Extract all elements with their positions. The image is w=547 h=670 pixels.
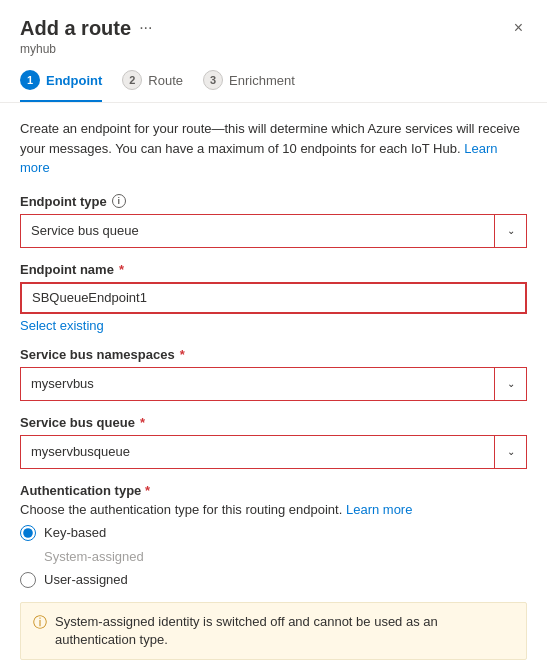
- service-bus-namespaces-select[interactable]: myservbus: [21, 368, 526, 400]
- panel-body: Create an endpoint for your route—this w…: [0, 103, 547, 670]
- radio-system-assigned: System-assigned: [20, 549, 527, 564]
- service-bus-namespaces-group: Service bus namespaces * myservbus ⌄: [20, 347, 527, 401]
- wizard-step-route[interactable]: 2 Route: [122, 70, 183, 102]
- endpoint-name-required: *: [119, 262, 124, 277]
- info-box-text: System-assigned identity is switched off…: [55, 613, 514, 649]
- step-label-enrichment: Enrichment: [229, 73, 295, 88]
- step-circle-3: 3: [203, 70, 223, 90]
- step-circle-2: 2: [122, 70, 142, 90]
- title-area: Add a route ···: [20, 17, 152, 40]
- wizard-step-endpoint[interactable]: 1 Endpoint: [20, 70, 102, 102]
- authentication-type-desc: Choose the authentication type for this …: [20, 502, 527, 517]
- service-bus-queue-dropdown-wrapper: myservbusqueue ⌄: [20, 435, 527, 469]
- authentication-type-label: Authentication type *: [20, 483, 527, 498]
- service-bus-queue-required: *: [140, 415, 145, 430]
- service-bus-queue-label: Service bus queue *: [20, 415, 527, 430]
- service-bus-queue-group: Service bus queue * myservbusqueue ⌄: [20, 415, 527, 469]
- close-button[interactable]: ×: [510, 16, 527, 40]
- service-bus-queue-select[interactable]: myservbusqueue: [21, 436, 526, 468]
- select-existing-link[interactable]: Select existing: [20, 318, 104, 333]
- endpoint-name-group: Endpoint name * Select existing: [20, 262, 527, 333]
- radio-key-based-input[interactable]: [20, 525, 36, 541]
- endpoint-type-select[interactable]: Service bus queue Service bus topic Even…: [21, 215, 526, 247]
- endpoint-name-input[interactable]: [20, 282, 527, 314]
- panel-header: Add a route ··· × myhub 1 Endpoint 2 Rou…: [0, 0, 547, 102]
- step-circle-1: 1: [20, 70, 40, 90]
- authentication-type-group: Authentication type * Choose the authent…: [20, 483, 527, 588]
- radio-user-assigned-input[interactable]: [20, 572, 36, 588]
- endpoint-type-group: Endpoint type i Service bus queue Servic…: [20, 194, 527, 248]
- endpoint-name-label: Endpoint name *: [20, 262, 527, 277]
- authentication-type-required: *: [145, 483, 150, 498]
- radio-system-assigned-label: System-assigned: [44, 549, 144, 564]
- add-route-panel: Add a route ··· × myhub 1 Endpoint 2 Rou…: [0, 0, 547, 670]
- service-bus-namespaces-required: *: [180, 347, 185, 362]
- endpoint-type-dropdown-wrapper: Service bus queue Service bus topic Even…: [20, 214, 527, 248]
- info-box: ⓘ System-assigned identity is switched o…: [20, 602, 527, 660]
- panel-subtitle: myhub: [20, 42, 527, 56]
- step-label-endpoint: Endpoint: [46, 73, 102, 88]
- info-box-icon: ⓘ: [33, 614, 47, 632]
- radio-key-based-label: Key-based: [44, 525, 106, 540]
- service-bus-namespaces-label: Service bus namespaces *: [20, 347, 527, 362]
- step-label-route: Route: [148, 73, 183, 88]
- radio-user-assigned: User-assigned: [20, 572, 527, 588]
- radio-key-based: Key-based: [20, 525, 527, 541]
- radio-user-assigned-label: User-assigned: [44, 572, 128, 587]
- service-bus-namespaces-dropdown-wrapper: myservbus ⌄: [20, 367, 527, 401]
- panel-title: Add a route: [20, 17, 131, 40]
- wizard-steps: 1 Endpoint 2 Route 3 Enrichment: [20, 70, 527, 102]
- authentication-radio-group: Key-based System-assigned User-assigned: [20, 525, 527, 588]
- endpoint-type-label: Endpoint type i: [20, 194, 527, 209]
- wizard-step-enrichment[interactable]: 3 Enrichment: [203, 70, 295, 102]
- endpoint-type-info-icon[interactable]: i: [112, 194, 126, 208]
- auth-learn-more-link[interactable]: Learn more: [346, 502, 412, 517]
- panel-ellipsis-button[interactable]: ···: [139, 19, 152, 37]
- description-text: Create an endpoint for your route—this w…: [20, 119, 527, 178]
